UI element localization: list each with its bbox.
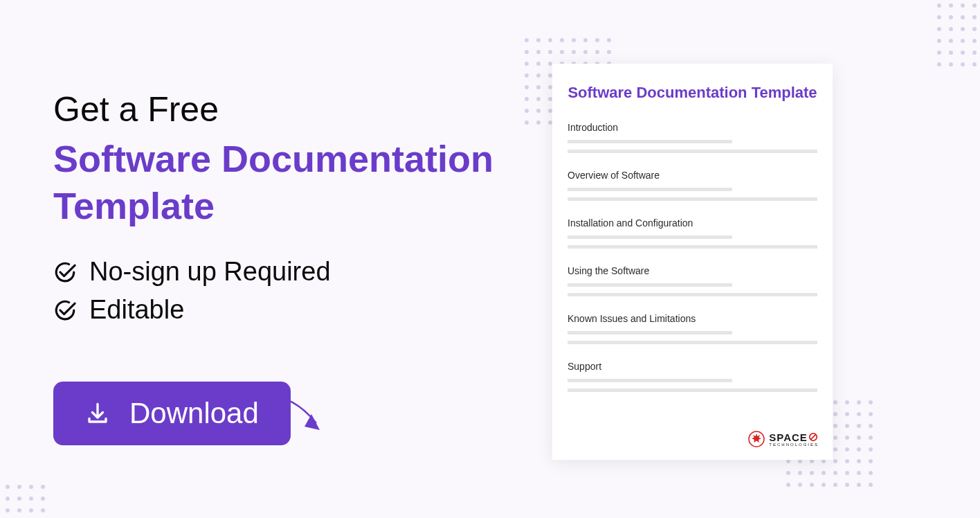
check-circle-icon: [53, 260, 77, 284]
arrow-curved-icon: [257, 392, 334, 440]
dots-decoration-bottom-left: [6, 485, 45, 512]
preview-section: Using the Software: [568, 265, 817, 296]
preview-section: Overview of Software: [568, 170, 817, 201]
maple-leaf-icon: [748, 431, 765, 447]
text-stub: [568, 188, 732, 191]
download-button[interactable]: Download: [53, 382, 291, 445]
feature-label: No-sign up Required: [89, 257, 331, 287]
template-preview-card: Software Documentation Template Introduc…: [552, 64, 833, 460]
text-stub: [568, 140, 732, 143]
logo-sub-text: TECHNOLOGIES: [769, 443, 819, 447]
text-stub: [568, 379, 732, 382]
preview-section: Installation and Configuration: [568, 217, 817, 249]
hero-text-block: Get a Free Software Documentation Templa…: [53, 89, 503, 445]
preview-section-label: Overview of Software: [568, 170, 817, 181]
text-stub: [568, 235, 732, 239]
preview-title: Software Documentation Template: [568, 83, 817, 102]
feature-item: Editable: [53, 295, 503, 325]
dots-decoration-top-right: [937, 3, 977, 66]
text-stub: [568, 283, 732, 287]
text-stub: [568, 388, 817, 392]
preview-section-label: Installation and Configuration: [568, 217, 817, 229]
preview-section: Support: [568, 361, 817, 392]
feature-label: Editable: [89, 295, 184, 325]
preview-section-label: Support: [568, 361, 817, 372]
text-stub: [568, 293, 817, 296]
preview-section-label: Using the Software: [568, 265, 817, 276]
feature-item: No-sign up Required: [53, 257, 503, 287]
preview-section-label: Introduction: [568, 122, 817, 133]
preview-logo: SPACE TECHNOLOGIES: [748, 431, 819, 447]
text-stub: [568, 150, 817, 153]
text-stub: [568, 341, 817, 344]
text-stub: [568, 197, 817, 201]
preview-section: Known Issues and Limitations: [568, 313, 817, 344]
svg-line-2: [810, 434, 816, 440]
text-stub: [568, 245, 817, 249]
download-button-label: Download: [129, 397, 259, 430]
text-stub: [568, 331, 732, 334]
no-symbol-icon: [808, 432, 818, 442]
check-circle-icon: [53, 298, 77, 322]
preview-section: Introduction: [568, 122, 817, 153]
preview-section-label: Known Issues and Limitations: [568, 313, 817, 324]
logo-main-text: SPACE: [769, 432, 808, 443]
download-icon: [85, 401, 110, 426]
headline-main: Software Documentation Template: [53, 136, 503, 229]
headline-pre: Get a Free: [53, 89, 503, 130]
